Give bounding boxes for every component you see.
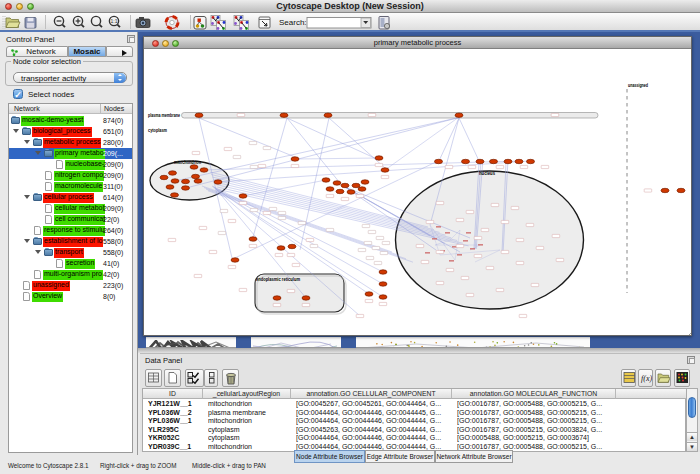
svg-text:unassigned: unassigned bbox=[628, 82, 648, 88]
svg-text:nucleus: nucleus bbox=[479, 170, 495, 176]
svg-text:endoplasmic reticulum: endoplasmic reticulum bbox=[256, 276, 300, 282]
svg-text:plasma membrane: plasma membrane bbox=[148, 112, 180, 118]
svg-text:f(x): f(x) bbox=[641, 374, 652, 383]
svg-text:cytoplasm: cytoplasm bbox=[148, 127, 167, 133]
svg-text:mitochondrion: mitochondrion bbox=[174, 159, 201, 165]
svg-text:1:1: 1:1 bbox=[111, 18, 118, 24]
svg-text:Search:: Search: bbox=[279, 18, 307, 27]
